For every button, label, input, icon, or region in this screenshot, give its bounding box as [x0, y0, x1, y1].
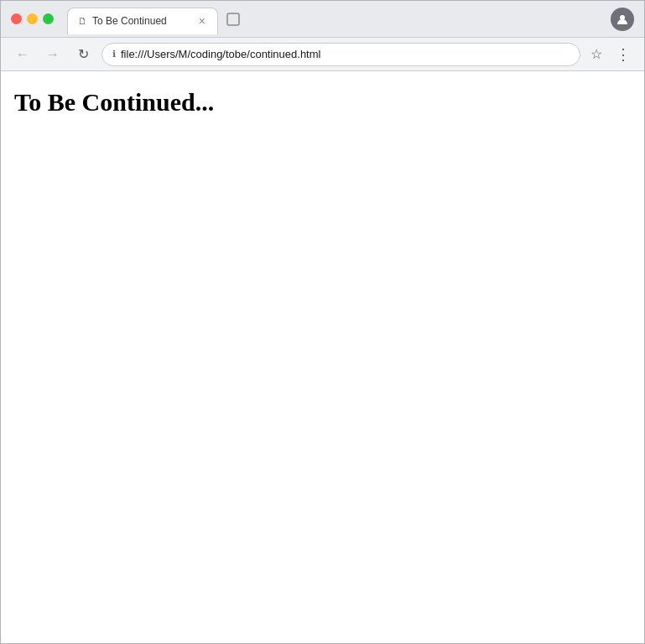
menu-button[interactable]: ⋮	[612, 42, 634, 67]
title-bar: 🗋 To Be Continued ×	[1, 1, 644, 38]
refresh-button[interactable]: ↻	[71, 43, 95, 66]
tab-page-icon: 🗋	[78, 16, 87, 26]
active-tab[interactable]: 🗋 To Be Continued ×	[67, 8, 218, 34]
profile-icon	[616, 13, 629, 26]
back-button[interactable]: ←	[11, 43, 34, 66]
minimize-button[interactable]	[27, 13, 38, 24]
url-text: file:///Users/M/coding/tobe/continued.ht…	[121, 48, 570, 60]
address-bar: ← → ↻ ℹ file:///Users/M/coding/tobe/cont…	[1, 38, 644, 71]
back-icon: ←	[16, 47, 29, 62]
forward-icon: →	[46, 47, 60, 62]
page-content: To Be Continued...	[1, 71, 644, 643]
security-icon: ℹ	[112, 49, 116, 60]
tab-bar: 🗋 To Be Continued ×	[67, 4, 604, 34]
tab-title: To Be Continued	[92, 15, 192, 27]
new-tab-button[interactable]	[221, 8, 245, 31]
maximize-button[interactable]	[43, 13, 54, 24]
new-tab-icon	[226, 13, 240, 26]
svg-rect-0	[227, 13, 239, 25]
url-bar[interactable]: ℹ file:///Users/M/coding/tobe/continued.…	[101, 43, 580, 66]
tab-close-button[interactable]: ×	[197, 15, 207, 27]
refresh-icon: ↻	[78, 46, 89, 62]
forward-button[interactable]: →	[41, 43, 65, 66]
star-icon: ☆	[590, 46, 602, 62]
dots-icon: ⋮	[616, 45, 631, 64]
close-button[interactable]	[11, 13, 22, 24]
bookmark-button[interactable]: ☆	[587, 43, 606, 65]
page-heading: To Be Continued...	[14, 88, 631, 117]
profile-button[interactable]	[611, 8, 634, 31]
window-controls	[11, 13, 54, 24]
